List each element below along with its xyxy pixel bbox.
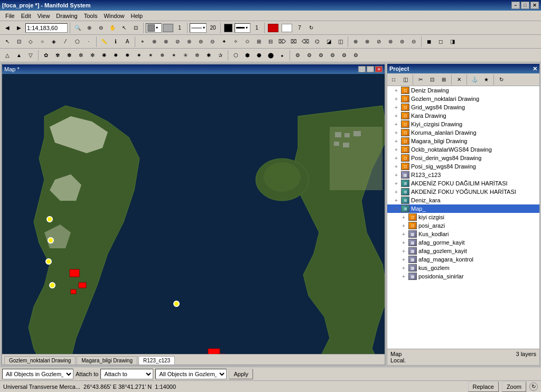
draw-t13[interactable]: ✶ (145, 50, 156, 61)
draw-t6[interactable]: ✽ (64, 50, 74, 61)
proj-tb-link[interactable]: ⚓ (469, 74, 480, 85)
tool-b17[interactable]: ◪ (323, 36, 334, 47)
draw-t16[interactable]: ✳ (180, 50, 191, 61)
map-minimize-btn[interactable]: _ (358, 66, 366, 72)
tree-expand-icon[interactable]: + (395, 198, 401, 203)
tool-b14[interactable]: ⌧ (288, 36, 299, 47)
tree-item[interactable]: +▦afag_gozlem_kayit (387, 247, 539, 255)
objects-select-2[interactable]: All Objects in Gozlem_no (155, 369, 227, 379)
tool-draw-line[interactable]: ∕ (60, 36, 71, 47)
sym-t4[interactable]: ⚙ (327, 50, 338, 61)
tool-b13[interactable]: ⌦ (277, 36, 287, 47)
tool-b4[interactable]: ⊘ (172, 36, 183, 47)
draw-t5[interactable]: ✾ (52, 50, 63, 61)
tool-b11[interactable]: ⊞ (254, 36, 264, 47)
tree-item[interactable]: +⊡Ockb_noktalarWGS84 Drawing (387, 145, 539, 154)
tree-item[interactable]: +▦posidonia_sinirlar (387, 272, 539, 281)
menu-help[interactable]: Help (128, 12, 146, 20)
tool-b7[interactable]: ⊝ (207, 36, 218, 47)
proj-tb-copy[interactable]: ⊡ (427, 74, 437, 85)
replace-button[interactable]: Replace (468, 381, 499, 392)
draw-t1[interactable]: △ (2, 50, 13, 61)
tree-item[interactable]: +⊡Kiyi_cizgisi Drawing (387, 120, 539, 128)
proj-tb-new[interactable]: □ (388, 74, 399, 85)
sym-t1[interactable]: ⚙ (292, 50, 303, 61)
tree-expand-icon[interactable]: + (395, 172, 401, 178)
tool-b12[interactable]: ⊟ (265, 36, 276, 47)
point-color-swatch[interactable] (268, 24, 278, 32)
tree-expand-icon[interactable]: + (402, 248, 408, 254)
tool-b16[interactable]: ⌬ (312, 36, 322, 47)
tool-b5[interactable]: ⊛ (184, 36, 194, 47)
line-color-swatch[interactable] (224, 24, 232, 32)
tool-snap2[interactable]: ◻ (435, 36, 446, 47)
tree-expand-icon[interactable]: + (395, 138, 401, 144)
draw-t19[interactable]: ✰ (215, 50, 226, 61)
tree-expand-icon[interactable]: + (395, 189, 401, 195)
tree-item[interactable]: +⊡Deniz Drawing (387, 86, 539, 95)
draw-t3[interactable]: ▽ (25, 50, 36, 61)
tree-expand-icon[interactable]: + (402, 214, 408, 220)
tool-label[interactable]: A (122, 36, 133, 47)
tool-edit4[interactable]: ⊛ (385, 36, 396, 47)
tree-expand-icon[interactable]: + (395, 155, 401, 161)
draw-t15[interactable]: ✴ (169, 50, 179, 61)
style-btn-1[interactable] (163, 24, 173, 32)
draw-t9[interactable]: ✺ (99, 50, 109, 61)
tool-info[interactable]: ℹ (110, 36, 121, 47)
tool-edit1[interactable]: ⊕ (350, 36, 361, 47)
select-button[interactable]: ↖ (119, 23, 129, 33)
proj-tb-paste[interactable]: ⊞ (439, 74, 449, 85)
tree-item[interactable]: +⊞Deniz_kara (387, 196, 539, 204)
tree-item[interactable]: +⊡Magara_bilgi Drawing (387, 137, 539, 145)
menu-window[interactable]: Window (100, 12, 127, 20)
sym-t3[interactable]: ⚙ (315, 50, 326, 61)
tool-b3[interactable]: ⊗ (161, 36, 171, 47)
tool-edit5[interactable]: ⊜ (397, 36, 407, 47)
tree-expand-icon[interactable]: + (395, 181, 401, 186)
menu-tools[interactable]: Tools (81, 12, 101, 20)
tree-item[interactable]: +⊡kiyi cizgisi (387, 213, 539, 221)
tree-item[interactable]: +⊡Koruma_alanlari Drawing (387, 128, 539, 137)
tool-snap1[interactable]: ◼ (424, 36, 434, 47)
tree-item[interactable]: +▦kus_gozlem (387, 264, 539, 272)
tree-expand-icon[interactable]: + (395, 164, 401, 170)
tree-item[interactable]: +⊞AKDENİZ FOKU YOĞUNLUK HARİTASI (387, 188, 539, 196)
line-style-dropdown[interactable]: ▾ (190, 23, 207, 33)
tab-gozlem[interactable]: Gozlem_noktalari Drawing (4, 356, 76, 365)
tree-expand-icon[interactable]: + (402, 265, 408, 271)
zoom-extent-button[interactable]: 🔍 (72, 23, 83, 33)
draw-t2[interactable]: ▲ (14, 50, 24, 61)
restore-button[interactable]: □ (521, 2, 529, 9)
project-close-button[interactable]: ✕ (533, 66, 537, 72)
rotate-button[interactable]: ↻ (306, 23, 316, 33)
tree-item[interactable]: +⊡Posi_sig_wgs84 Drawing (387, 162, 539, 171)
tree-expand-icon[interactable]: + (402, 240, 408, 246)
menu-edit[interactable]: Edit (18, 12, 34, 20)
tab-r123[interactable]: R123_c123 (138, 356, 175, 365)
tree-expand-icon[interactable]: + (395, 130, 401, 136)
point-size[interactable]: 7 (294, 23, 305, 33)
tree-item[interactable]: +▦Kus_kodlari (387, 230, 539, 238)
tool-edit6[interactable]: ⊝ (408, 36, 419, 47)
tree-expand-icon[interactable]: + (402, 257, 408, 263)
tool-edit2[interactable]: ⊗ (362, 36, 372, 47)
tab-magara[interactable]: Magara_bilgi Drawing (77, 356, 137, 365)
style-number-1[interactable]: 1 (174, 23, 185, 33)
sym-t6[interactable]: ⚙ (350, 50, 361, 61)
tree-expand-icon[interactable]: + (395, 105, 401, 110)
proj-tb-delete[interactable]: ✕ (454, 74, 464, 85)
tree-item[interactable]: +▦afag_gorme_kayit (387, 238, 539, 247)
tool-measure[interactable]: 📏 (99, 36, 109, 47)
weight-number[interactable]: 1 (251, 23, 262, 33)
fill-color-dropdown[interactable]: ▾ (146, 23, 162, 33)
draw-t12[interactable]: ✷ (134, 50, 144, 61)
draw-t20[interactable]: ⬡ (230, 50, 241, 61)
tool-b8[interactable]: ✦ (219, 36, 229, 47)
draw-t21[interactable]: ⬢ (242, 50, 253, 61)
tool-edit3[interactable]: ⊘ (374, 36, 384, 47)
tool-select-rect[interactable]: ⊡ (14, 36, 24, 47)
tool-b10[interactable]: ✩ (242, 36, 253, 47)
draw-t23[interactable]: ⬤ (265, 50, 276, 61)
zoom-in-button[interactable]: ⊕ (84, 23, 95, 33)
